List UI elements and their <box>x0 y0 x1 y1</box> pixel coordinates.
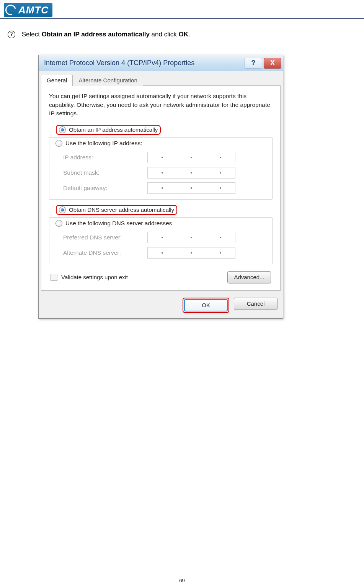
checkbox-validate[interactable] <box>51 274 57 281</box>
input-ip-address[interactable] <box>147 152 235 163</box>
page-header: AMTC <box>0 0 364 19</box>
label-validate: Validate settings upon exit <box>61 274 128 280</box>
validate-row: Validate settings upon exit Advanced... <box>49 271 273 283</box>
dialog-title: Internet Protocol Version 4 (TCP/IPv4) P… <box>44 59 194 67</box>
instruction-suffix: . <box>188 31 190 38</box>
radio-obtain-dns-auto[interactable] <box>59 206 66 213</box>
properties-dialog: Internet Protocol Version 4 (TCP/IPv4) P… <box>38 55 283 318</box>
ok-button[interactable]: OK <box>184 299 228 311</box>
label-default-gateway: Default gateway: <box>63 185 140 192</box>
close-button[interactable]: X <box>264 58 281 69</box>
tab-strip: General Alternate Configuration <box>39 71 283 85</box>
radio-use-ip[interactable] <box>55 140 62 147</box>
window-buttons: ? X <box>245 58 281 69</box>
input-alternate-dns[interactable] <box>147 247 235 259</box>
advanced-button[interactable]: Advanced... <box>227 271 271 283</box>
dns-fields: Preferred DNS server: Alternate DNS serv… <box>63 232 267 259</box>
ip-fields: IP address: Subnet mask: Default gateway… <box>63 152 267 194</box>
logo-swirl-icon <box>3 3 18 17</box>
close-icon: X <box>270 59 275 67</box>
dialog-titlebar: Internet Protocol Version 4 (TCP/IPv4) P… <box>39 55 283 71</box>
intro-text: You can get IP settings assigned automat… <box>49 92 273 118</box>
label-preferred-dns: Preferred DNS server: <box>63 234 140 241</box>
input-preferred-dns[interactable] <box>147 232 235 243</box>
radio-label-obtain-ip-auto: Obtain an IP address automatically <box>69 126 158 133</box>
dialog-screenshot: Internet Protocol Version 4 (TCP/IPv4) P… <box>0 43 364 318</box>
highlight-ok: OK <box>183 298 229 313</box>
highlight-obtain-ip: Obtain an IP address automatically <box>56 125 161 135</box>
radio-label-use-dns: Use the following DNS server addresses <box>65 220 172 227</box>
instruction-bold-1: Obtain an IP address automatically <box>42 31 150 38</box>
help-button[interactable]: ? <box>245 58 262 69</box>
input-subnet-mask[interactable] <box>147 167 235 179</box>
radio-use-dns[interactable] <box>55 220 62 227</box>
page-number: 69 <box>0 578 364 583</box>
radio-label-use-ip: Use the following IP address: <box>65 140 142 147</box>
instruction-line: 7 Select Obtain an IP address automatica… <box>0 19 364 43</box>
input-default-gateway[interactable] <box>147 182 235 194</box>
step-number-icon: 7 <box>8 31 15 38</box>
label-subnet-mask: Subnet mask: <box>63 169 140 176</box>
tab-pane-general: You can get IP settings assigned automat… <box>41 85 281 290</box>
tab-alternate-configuration[interactable]: Alternate Configuration <box>73 75 143 86</box>
ip-fieldset: Use the following IP address: IP address… <box>49 137 273 200</box>
brand-text: AMTC <box>18 4 49 16</box>
help-icon: ? <box>251 59 256 67</box>
radio-obtain-ip-auto[interactable] <box>59 126 66 133</box>
cancel-button[interactable]: Cancel <box>234 298 277 310</box>
highlight-obtain-dns: Obtain DNS server address automatically <box>56 205 177 215</box>
instruction-prefix: Select <box>22 31 42 38</box>
label-alternate-dns: Alternate DNS server: <box>63 249 140 256</box>
label-ip-address: IP address: <box>63 154 140 161</box>
radio-label-obtain-dns-auto: Obtain DNS server address automatically <box>69 206 174 213</box>
dns-fieldset: Use the following DNS server addresses P… <box>49 217 273 264</box>
instruction-bold-2: OK <box>178 31 188 38</box>
tab-general[interactable]: General <box>41 75 73 86</box>
dialog-actions: OK Cancel <box>39 295 283 318</box>
instruction-mid: and click <box>150 31 179 38</box>
brand-logo: AMTC <box>4 3 52 17</box>
